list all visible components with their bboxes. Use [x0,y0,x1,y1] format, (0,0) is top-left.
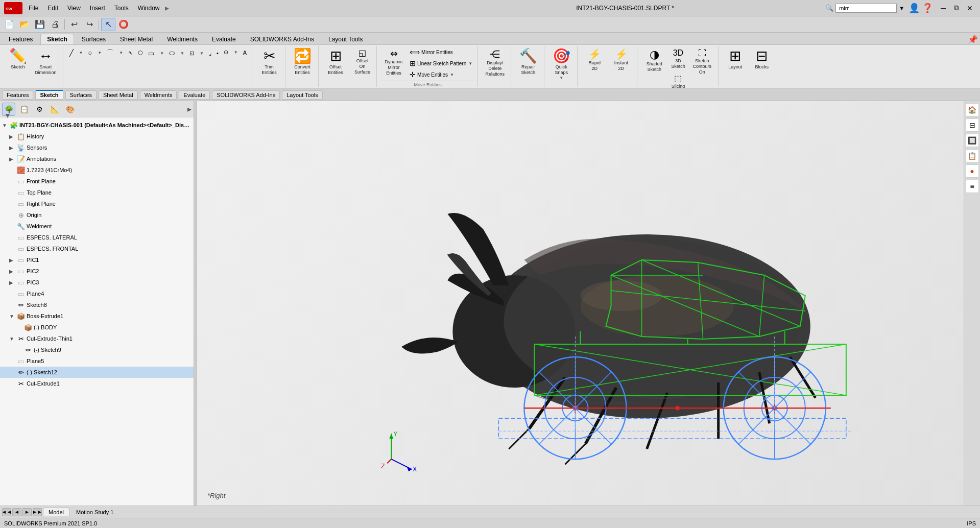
nav-prev[interactable]: ◄ [12,508,21,516]
construction-dropdown[interactable]: ▼ [231,48,240,57]
dim-expert-tab[interactable]: 📐 [48,103,61,116]
filter-icon[interactable]: ▼ [4,111,11,119]
print-button[interactable]: 🖨 [48,18,62,31]
tree-especs-frontal[interactable]: ▭ ESPECS. FRONTAL [0,243,194,254]
layout-button[interactable]: ⊞ Layout [723,47,748,72]
tree-sketch12[interactable]: ✏ (-) Sketch12 [0,367,194,378]
quick-snaps-button[interactable]: 🎯 QuickSnaps ▼ [548,47,574,82]
rapid2d-button[interactable]: ⚡ Rapid2D [582,47,607,74]
tree-cut-extrude1[interactable]: ✂ Cut-Extrude1 [0,378,194,389]
tab-addins[interactable]: SOLIDWORKS Add-Ins [244,34,321,44]
tree-pic3[interactable]: ▶ ▭ PIC3 [0,277,194,288]
rect-button[interactable]: ▭ [146,48,156,58]
circle-sketch-button[interactable]: ○ [86,47,94,58]
select-button[interactable]: ↖ [101,18,115,31]
search-input[interactable] [835,4,897,13]
line-dropdown[interactable]: ▼ [77,47,85,58]
save-button[interactable]: 💾 [33,18,47,31]
3d-sketch-button[interactable]: 3D 3DSketch [668,47,688,71]
smart-dimension-button[interactable]: ↔ SmartDimension [32,47,60,78]
tab-model[interactable]: Model [43,508,69,517]
tab-bar-layout-tools[interactable]: Layout Tools [282,90,323,100]
circle-button[interactable]: ⭕ [116,18,131,31]
viewport-canvas[interactable]: Y X Z *Right [197,101,964,506]
menu-view[interactable]: View [63,3,85,13]
tab-bar-weldments[interactable]: Weldments [140,90,177,100]
tab-bar-surfaces[interactable]: Surfaces [65,90,97,100]
rect-dropdown[interactable]: ▼ [157,48,166,58]
tree-annotations[interactable]: ▶ 📝 Annotations [0,153,194,164]
tab-bar-sheet-metal[interactable]: Sheet Metal [99,90,138,100]
snaps-dropdown[interactable]: ▼ [559,76,563,80]
redo-button[interactable]: ↪ [82,18,97,31]
tree-pic2[interactable]: ▶ ▭ PIC2 [0,266,194,277]
tree-plane4[interactable]: ▭ Plane4 [0,288,194,299]
tree-history[interactable]: ▶ 📋 History [0,131,194,142]
offset-entities-button[interactable]: ⊞ OffsetEntities [323,47,348,78]
blocks-button[interactable]: ⊟ Blocks [749,47,775,72]
tree-origin[interactable]: ⊕ Origin [0,209,194,221]
tab-bar-features[interactable]: Features [2,90,33,100]
move-entities-button[interactable]: ✛ Move Entities ▼ [408,69,474,80]
tree-body[interactable]: 📦 (-) BODY [0,322,194,333]
tab-features[interactable]: Features [2,34,39,44]
tree-cut-extrude-thin1[interactable]: ▼ ✂ Cut-Extrude-Thin1 [0,333,194,344]
repair-sketch-button[interactable]: 🔨 RepairSketch [515,47,541,78]
tree-weldment[interactable]: 🔧 Weldment [0,221,194,232]
tree-especs-lateral[interactable]: ▭ ESPECS. LATERAL [0,232,194,243]
property-manager-tab[interactable]: 📋 [17,103,31,116]
move-dropdown[interactable]: ▼ [450,73,454,77]
display-delete-button[interactable]: ⋲ Display/DeleteRelations [482,47,508,79]
right-feature-btn[interactable]: 🔲 [966,134,979,147]
close-button[interactable]: ✕ [964,3,976,14]
help-icon[interactable]: ❓ [922,3,933,14]
line-button[interactable]: ╱ [67,47,76,58]
tree-sketch8[interactable]: ✏ Sketch8 [0,299,194,310]
menu-edit[interactable]: Edit [43,3,62,13]
tree-front-plane[interactable]: ▭ Front Plane [0,176,194,187]
tree-root[interactable]: ▼ 🧩 INT21-BGY-CHASIS-001 (Default<As Mac… [0,119,194,131]
search-dropdown[interactable]: ▼ [899,5,904,11]
nav-next[interactable]: ► [22,508,32,516]
menu-tools[interactable]: Tools [110,3,133,13]
display-manager-tab[interactable]: 🎨 [63,103,77,116]
right-home-btn[interactable]: 🏠 [966,103,979,116]
panel-expand[interactable]: ▸ [187,104,192,114]
user-icon[interactable]: 👤 [909,3,920,14]
arc-dropdown[interactable]: ▼ [116,47,125,58]
tree-right-plane[interactable]: ▭ Right Plane [0,198,194,209]
tab-sheet-metal[interactable]: Sheet Metal [113,34,159,44]
right-prop-btn[interactable]: 📋 [966,149,979,162]
ellipse-button[interactable]: ⬭ [167,48,177,58]
tree-sensors[interactable]: ▶ 📡 Sensors [0,142,194,153]
tab-bar-sketch[interactable]: Sketch [35,90,63,100]
customize-arrow[interactable]: ▸ [165,3,169,13]
config-manager-tab[interactable]: ⚙ [33,103,46,116]
new-button[interactable]: 📄 [2,18,16,31]
text-button[interactable]: A [241,48,249,57]
tree-top-plane[interactable]: ▭ Top Plane [0,187,194,198]
slicing-button[interactable]: ⬚ Slicing [668,73,688,88]
menu-file[interactable]: File [25,3,42,13]
ribbon-pin[interactable]: 📌 [968,35,978,44]
tab-motion-study[interactable]: Motion Study 1 [70,508,119,517]
restore-button[interactable]: ⧉ [950,3,963,14]
viewport[interactable]: 🔍 🔎 ↻ ⚙ ⊞ 👁 ◐ ▼ 🎨 🌐 💡 🌑 ⊟ ⊞ ⊡ ⊠ ✕ [197,101,964,506]
convert-entities-button[interactable]: 🔁 ConvertEntities [290,47,315,78]
menu-window[interactable]: Window [134,3,164,13]
instant2d-button[interactable]: ⚡ Instant2D [608,47,634,74]
slot-dropdown[interactable]: ▼ [197,48,206,58]
sketch-contours-button[interactable]: ⛶ SketchContoursOn [689,47,715,77]
linear-dropdown[interactable]: ▼ [468,61,472,66]
arc-button[interactable]: ⌒ [105,47,115,58]
shaded-sketch-button[interactable]: ◑ ShadedSketch [641,47,667,75]
point-button[interactable]: • [214,48,221,58]
menu-insert[interactable]: Insert [86,3,109,13]
tab-sketch[interactable]: Sketch [40,34,74,44]
minimize-button[interactable]: ─ [937,3,949,14]
mirror-entities-button[interactable]: ⟺ Mirror Entities [408,47,474,57]
tab-weldments[interactable]: Weldments [160,34,204,44]
open-button[interactable]: 📂 [17,18,32,31]
tree-material[interactable]: 🧱 1.7223 (41CrMo4) [0,164,194,176]
right-color-btn[interactable]: ● [966,164,979,178]
